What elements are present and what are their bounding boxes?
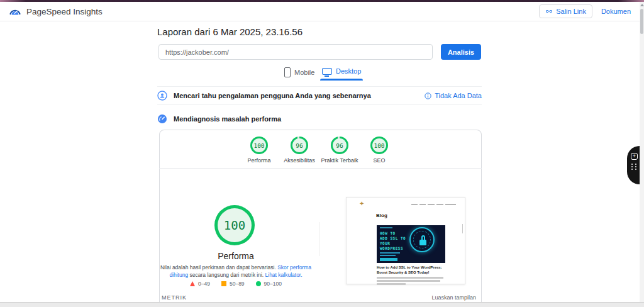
score-gauge-seo[interactable]: 100 [370, 137, 388, 154]
legend-item-pass: 90–100 [256, 281, 282, 287]
tab-desktop-label: Desktop [336, 67, 361, 75]
body-text-bar [377, 283, 406, 285]
note-text: Nilai adalah hasil perkiraan dan dapat b… [160, 264, 277, 271]
link-icon [545, 8, 553, 15]
lock-body [419, 240, 426, 245]
scrollbar-thumb[interactable] [640, 9, 643, 34]
blog-heading: Blog [376, 213, 387, 218]
score-label-seo: SEO [351, 157, 408, 164]
site-nav-placeholder [411, 204, 456, 205]
body-text-bar [377, 277, 443, 279]
nav-link-bar [419, 204, 426, 205]
pagespeed-insights-page: PageSpeed Insights Salin Link Dokumen La… [0, 0, 644, 307]
legend-label: 90–100 [264, 281, 282, 287]
analyze-button[interactable]: Analisis [441, 44, 481, 60]
lab-section-title: Mendiagnosis masalah performa [174, 115, 281, 123]
performance-score-value: 100 [218, 208, 252, 242]
image-subtext-bar [380, 252, 400, 254]
report-heading: Laporan dari 6 Mar 2025, 23.16.56 [157, 26, 303, 37]
score-gauge-performance[interactable]: 100 [250, 137, 268, 154]
tab-desktop[interactable]: Desktop [322, 67, 361, 75]
performance-note: Nilai adalah hasil perkiraan dan dapat b… [159, 264, 313, 279]
nav-link-bar [436, 204, 443, 205]
image-badge [380, 258, 397, 261]
metrics-section-header: METRIK [162, 294, 187, 301]
performance-panel-title: Performa [160, 251, 311, 261]
orange-square-icon [221, 281, 226, 286]
pagespeed-logo-icon [9, 6, 21, 16]
post-featured-image: HOW TO ADD SSL TO YOUR WORDPRESS [377, 225, 445, 263]
red-triangle-icon [190, 281, 195, 286]
dots-grid-icon [631, 164, 638, 170]
calculator-link[interactable]: Lihat kalkulator. [265, 272, 303, 278]
user-circle-icon [157, 91, 167, 101]
tab-mobile[interactable]: Mobile [284, 67, 314, 77]
smartphone-icon [284, 67, 291, 77]
divider [159, 168, 482, 169]
performance-score-gauge: 100 [214, 205, 255, 245]
field-data-title: Mencari tahu pengalaman pengguna Anda ya… [174, 92, 371, 99]
scrollbar[interactable] [640, 2, 644, 302]
accessibility-widget-button[interactable]: + [627, 146, 640, 184]
green-circle-icon [256, 281, 261, 286]
score-legend: 0–49 50–89 90–100 [160, 281, 311, 287]
nav-link-bar [445, 204, 456, 205]
site-logo-icon: ✦ [359, 200, 364, 207]
score-gauge-best-practices[interactable]: 96 [331, 137, 348, 154]
image-text-line: WORDPRESS [380, 246, 403, 250]
body-text-bar [377, 280, 440, 282]
url-input[interactable] [158, 44, 433, 60]
window-bottom-edge [0, 302, 644, 307]
copy-link-button[interactable]: Salin Link [539, 4, 592, 18]
info-circle-icon [425, 92, 431, 99]
image-url-bar [380, 227, 392, 228]
docs-link[interactable]: Dokumen [601, 8, 631, 15]
score-value: 100 [252, 138, 266, 152]
legend-label: 0–49 [198, 281, 210, 287]
field-data-section-row: Mencari tahu pengalaman pengguna Anda ya… [157, 86, 482, 105]
app-title: PageSpeed Insights [26, 7, 103, 16]
legend-item-fail: 0–49 [190, 281, 210, 287]
speedometer-icon [157, 114, 167, 124]
scrollbar-up-arrow-icon[interactable] [640, 4, 644, 6]
thumbnail-scrollbar [462, 224, 464, 233]
legend-label: 50–89 [230, 281, 245, 287]
header-actions: Salin Link Dokumen [539, 4, 631, 18]
monitor-icon [322, 68, 332, 75]
no-data-label: Tidak Ada Data [435, 92, 482, 99]
note-text-2: secara langsung dari metrik ini. [188, 272, 265, 278]
page-screenshot-thumbnail: ✦ Blog HOW TO ADD SSL TO YOUR WORDPRESS … [346, 197, 465, 284]
divider [319, 222, 319, 256]
score-value: 96 [292, 138, 306, 152]
ssl-lock-emblem-icon [409, 227, 435, 252]
nav-link-bar [428, 204, 435, 205]
nav-link-bar [411, 204, 418, 205]
score-value: 100 [372, 138, 386, 152]
score-value: 96 [333, 138, 347, 152]
image-text-line: YOUR [380, 241, 390, 245]
image-subtext-bar [380, 255, 396, 256]
expand-view-toggle[interactable]: Luaskan tampilan [407, 294, 476, 301]
copy-link-label: Salin Link [556, 8, 586, 15]
lab-section-row: Mendiagnosis masalah performa [157, 111, 482, 127]
score-gauge-accessibility[interactable]: 96 [291, 137, 308, 154]
tab-active-underline [320, 79, 363, 81]
image-text-line: HOW TO [380, 231, 396, 235]
post-title-line: Boost Security & SEO Today! [377, 271, 430, 276]
image-text-line: ADD SSL TO [380, 236, 406, 240]
tab-mobile-label: Mobile [294, 69, 314, 76]
legend-item-average: 50–89 [221, 281, 245, 287]
app-header: PageSpeed Insights Salin Link Dokumen [0, 2, 640, 21]
plus-icon: + [631, 153, 638, 160]
post-title-line: How to Add SSL to Your WordPress: [377, 265, 442, 271]
no-data-link[interactable]: Tidak Ada Data [425, 92, 482, 99]
